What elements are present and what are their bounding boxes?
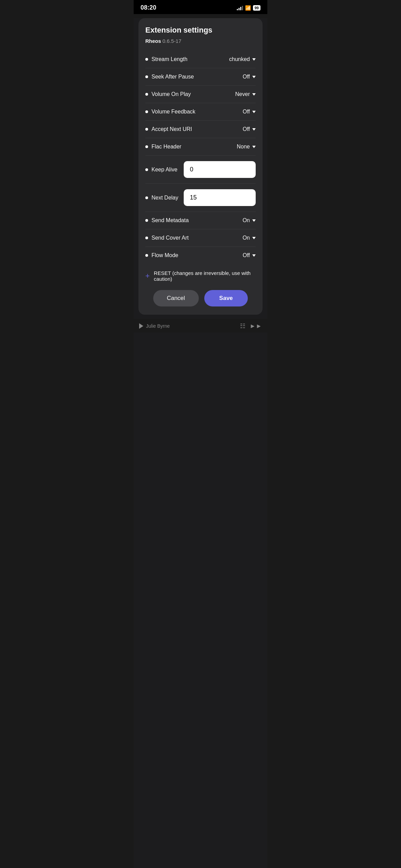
chevron-down-icon: [252, 93, 256, 96]
bullet-icon: [145, 168, 148, 171]
modal-subtitle: Rheos 0.6.5-17: [145, 38, 256, 44]
reset-label: RESET (changes are irreversible, use wit…: [154, 270, 256, 282]
flow-mode-selected: Off: [243, 252, 250, 258]
setting-row-send-metadata: Send Metadata On: [145, 212, 256, 229]
bullet-icon: [145, 219, 148, 222]
send-cover-art-label: Send Cover Art: [151, 235, 189, 241]
setting-row-seek-after-pause: Seek After Pause Off: [145, 68, 256, 86]
app-version: 0.6.5-17: [162, 38, 181, 44]
setting-row-volume-on-play: Volume On Play Never: [145, 86, 256, 103]
bullet-icon: [145, 196, 148, 199]
chevron-down-icon: [252, 219, 256, 222]
stream-length-selected: chunked: [229, 56, 250, 62]
flac-header-label: Flac Header: [151, 144, 181, 150]
setting-label: Volume On Play: [145, 91, 191, 97]
setting-label: Accept Next URI: [145, 126, 192, 132]
setting-row-stream-length: Stream Length chunked: [145, 51, 256, 68]
save-button[interactable]: Save: [204, 290, 248, 306]
setting-label: Seek After Pause: [145, 74, 194, 80]
setting-row-keep-alive: Keep Alive: [145, 156, 256, 184]
accept-next-uri-value[interactable]: Off: [243, 126, 256, 132]
setting-label: Next Delay: [145, 195, 178, 201]
keep-alive-input[interactable]: [184, 161, 256, 178]
keep-alive-label: Keep Alive: [151, 167, 178, 173]
setting-label: Flow Mode: [145, 252, 178, 258]
bottom-bar: Julie Byrne ☷ ►►: [134, 319, 267, 333]
settings-list: Stream Length chunked Seek After Pause O…: [145, 51, 256, 264]
page-background: Extension settings Rheos 0.6.5-17 Stream…: [134, 18, 267, 868]
accept-next-uri-label: Accept Next URI: [151, 126, 192, 132]
volume-on-play-label: Volume On Play: [151, 91, 191, 97]
setting-row-flac-header: Flac Header None: [145, 138, 256, 156]
setting-row-send-cover-art: Send Cover Art On: [145, 229, 256, 247]
volume-feedback-value[interactable]: Off: [243, 109, 256, 115]
battery-icon: 99: [253, 5, 260, 11]
send-cover-art-selected: On: [243, 235, 250, 241]
signal-icon: [237, 5, 243, 10]
send-metadata-value[interactable]: On: [243, 217, 256, 224]
app-name: Rheos: [145, 38, 161, 44]
extension-settings-modal: Extension settings Rheos 0.6.5-17 Stream…: [138, 18, 263, 315]
setting-label: Send Cover Art: [145, 235, 189, 241]
play-icon: [139, 323, 143, 329]
track-name: Julie Byrne: [146, 323, 170, 329]
setting-label: Stream Length: [145, 56, 187, 62]
bottom-controls[interactable]: ☷ ►►: [240, 322, 262, 330]
status-time: 08:20: [141, 4, 156, 11]
reset-row[interactable]: + RESET (changes are irreversible, use w…: [145, 264, 256, 283]
bullet-icon: [145, 110, 148, 113]
chevron-down-icon: [252, 76, 256, 78]
bullet-icon: [145, 145, 148, 148]
send-metadata-selected: On: [243, 217, 250, 224]
chevron-down-icon: [252, 128, 256, 131]
stream-length-label: Stream Length: [151, 56, 187, 62]
wifi-icon: 📶: [245, 5, 251, 11]
volume-on-play-selected: Never: [235, 91, 250, 97]
next-icon[interactable]: ►►: [250, 323, 262, 330]
flow-mode-value[interactable]: Off: [243, 252, 256, 258]
bullet-icon: [145, 75, 148, 78]
chevron-down-icon: [252, 146, 256, 148]
setting-row-flow-mode: Flow Mode Off: [145, 247, 256, 264]
seek-after-pause-label: Seek After Pause: [151, 74, 194, 80]
volume-on-play-value[interactable]: Never: [235, 91, 256, 97]
bottom-track-info: Julie Byrne: [139, 323, 170, 329]
chevron-down-icon: [252, 58, 256, 61]
stream-length-value[interactable]: chunked: [229, 56, 256, 62]
setting-label: Flac Header: [145, 144, 181, 150]
setting-row-volume-feedback: Volume Feedback Off: [145, 103, 256, 121]
seek-after-pause-value[interactable]: Off: [243, 74, 256, 80]
chevron-down-icon: [252, 237, 256, 239]
volume-feedback-label: Volume Feedback: [151, 109, 195, 115]
chevron-down-icon: [252, 254, 256, 257]
bullet-icon: [145, 128, 148, 131]
flac-header-selected: None: [237, 144, 250, 150]
status-bar: 08:20 📶 99: [134, 0, 267, 14]
bullet-icon: [145, 58, 148, 61]
send-cover-art-value[interactable]: On: [243, 235, 256, 241]
seek-after-pause-selected: Off: [243, 74, 250, 80]
queue-icon[interactable]: ☷: [240, 322, 245, 330]
next-delay-label: Next Delay: [151, 195, 178, 201]
cancel-button[interactable]: Cancel: [153, 290, 199, 306]
accept-next-uri-selected: Off: [243, 126, 250, 132]
modal-title: Extension settings: [145, 26, 256, 35]
battery-level: 99: [253, 5, 260, 11]
bullet-icon: [145, 237, 148, 239]
setting-label: Volume Feedback: [145, 109, 195, 115]
flac-header-value[interactable]: None: [237, 144, 256, 150]
volume-feedback-selected: Off: [243, 109, 250, 115]
status-icons: 📶 99: [237, 5, 260, 11]
bullet-icon: [145, 254, 148, 257]
bullet-icon: [145, 93, 148, 96]
plus-icon: +: [145, 272, 150, 280]
next-delay-input[interactable]: [184, 189, 256, 206]
send-metadata-label: Send Metadata: [151, 217, 189, 224]
button-row: Cancel Save: [145, 290, 256, 306]
chevron-down-icon: [252, 111, 256, 113]
setting-label: Send Metadata: [145, 217, 189, 224]
setting-label: Keep Alive: [145, 167, 178, 173]
setting-row-next-delay: Next Delay: [145, 184, 256, 212]
setting-row-accept-next-uri: Accept Next URI Off: [145, 121, 256, 138]
flow-mode-label: Flow Mode: [151, 252, 178, 258]
